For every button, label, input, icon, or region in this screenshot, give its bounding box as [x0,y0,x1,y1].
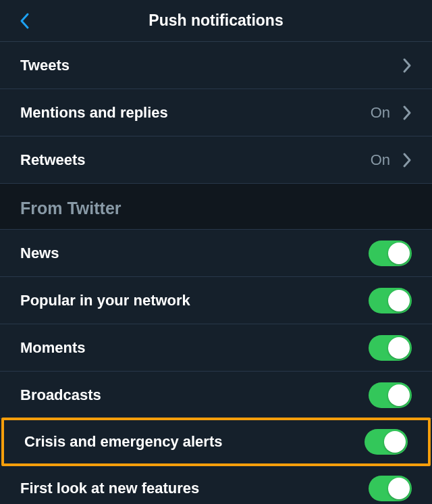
row-broadcasts[interactable]: Broadcasts [0,372,432,419]
row-right: On [371,151,412,169]
settings-list: Tweets Mentions and replies On Retweets … [0,42,432,504]
row-label: News [20,245,59,262]
chevron-left-icon [19,12,30,30]
header: Push notifications [0,0,432,42]
toggle-crisis[interactable] [364,429,408,455]
toggle-knob [388,243,410,264]
row-retweets[interactable]: Retweets On [0,136,432,184]
row-label: Crisis and emergency alerts [24,433,222,451]
row-label: Mentions and replies [20,104,168,122]
toggle-moments[interactable] [369,335,412,361]
row-label: Popular in your network [20,292,190,309]
toggle-firstlook[interactable] [369,476,412,501]
section-header-from-twitter: From Twitter [0,184,432,230]
row-label: Retweets [20,151,86,169]
toggle-knob [388,478,410,499]
row-value: On [371,151,390,169]
row-moments[interactable]: Moments [0,324,432,372]
toggle-knob [384,431,406,453]
page-title: Push notifications [0,11,432,30]
chevron-right-icon [402,57,412,74]
row-label: Tweets [20,57,70,74]
row-label: Broadcasts [20,386,101,404]
toggle-knob [388,290,410,311]
row-label: Moments [20,339,86,357]
toggle-broadcasts[interactable] [369,382,412,408]
row-label: First look at new features [20,480,199,497]
row-mentions-replies[interactable]: Mentions and replies On [0,89,432,136]
row-value: On [371,104,390,122]
chevron-right-icon [402,152,412,168]
section-header-label: From Twitter [20,199,122,218]
highlight-crisis-alerts: Crisis and emergency alerts [1,418,431,466]
back-button[interactable] [14,7,35,35]
row-right: On [371,104,412,122]
toggle-knob [388,384,410,406]
row-crisis-alerts[interactable]: Crisis and emergency alerts [4,420,428,463]
toggle-news[interactable] [369,241,412,266]
toggle-knob [388,337,410,359]
row-popular-network[interactable]: Popular in your network [0,277,432,324]
chevron-right-icon [402,105,412,121]
row-tweets[interactable]: Tweets [0,42,432,89]
row-news[interactable]: News [0,230,432,277]
toggle-popular[interactable] [369,288,412,313]
row-first-look[interactable]: First look at new features [0,465,432,504]
row-right [402,57,412,74]
